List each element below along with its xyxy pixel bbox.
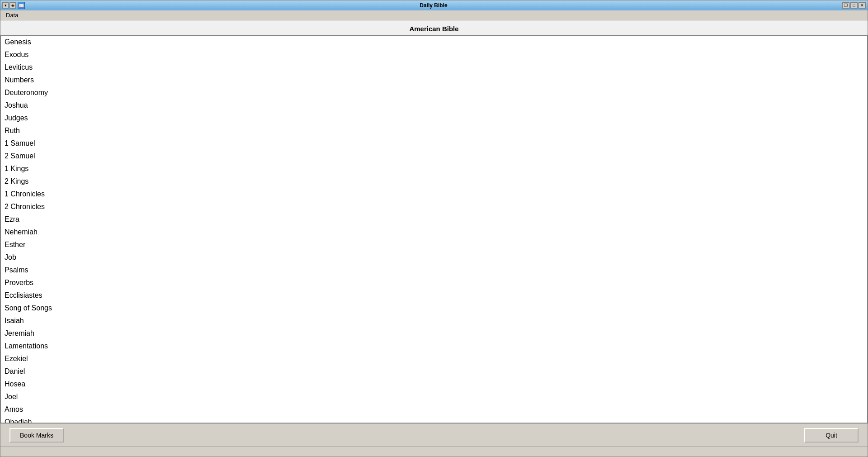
window-title: Daily Bible xyxy=(27,2,840,9)
pin-button[interactable]: ◈ xyxy=(9,2,16,9)
list-item[interactable]: Daniel xyxy=(1,365,867,378)
list-item[interactable]: Deuteronomy xyxy=(1,86,867,99)
list-item[interactable]: Exodus xyxy=(1,48,867,61)
menu-data[interactable]: Data xyxy=(2,11,22,19)
app-icon: 📖 xyxy=(18,2,25,9)
title-bar: ▾ ◈ 📖 Daily Bible ❐ □ ✕ xyxy=(0,0,868,10)
list-item[interactable]: Jeremiah xyxy=(1,327,867,340)
list-item[interactable]: Lamentations xyxy=(1,340,867,352)
system-menu-button[interactable]: ▾ xyxy=(2,2,9,9)
footer-bar: Book Marks Quit xyxy=(0,423,868,447)
list-item[interactable]: Job xyxy=(1,251,867,264)
list-item[interactable]: Numbers xyxy=(1,74,867,86)
books-list[interactable]: GenesisExodusLeviticusNumbersDeuteronomy… xyxy=(0,35,868,423)
status-bar xyxy=(0,447,868,457)
list-item[interactable]: Psalms xyxy=(1,264,867,276)
page-title: American Bible xyxy=(0,20,868,35)
close-button[interactable]: ✕ xyxy=(859,2,866,9)
list-item[interactable]: Amos xyxy=(1,403,867,416)
list-item[interactable]: 1 Samuel xyxy=(1,137,867,150)
list-item[interactable]: Ezekiel xyxy=(1,352,867,365)
main-window: ▾ ◈ 📖 Daily Bible ❐ □ ✕ Data American Bi… xyxy=(0,0,868,457)
content-area: American Bible GenesisExodusLeviticusNum… xyxy=(0,20,868,423)
bookmarks-button[interactable]: Book Marks xyxy=(9,428,64,443)
list-item[interactable]: 2 Chronicles xyxy=(1,200,867,213)
list-item[interactable]: Leviticus xyxy=(1,61,867,74)
list-item[interactable]: Judges xyxy=(1,112,867,124)
list-item[interactable]: Song of Songs xyxy=(1,302,867,314)
title-bar-right-buttons: ❐ □ ✕ xyxy=(842,2,866,9)
list-item[interactable]: 1 Chronicles xyxy=(1,188,867,200)
list-item[interactable]: Ecclisiastes xyxy=(1,289,867,302)
maximize-button[interactable]: □ xyxy=(850,2,858,9)
minimize-button[interactable]: ❐ xyxy=(842,2,849,9)
list-item[interactable]: Joshua xyxy=(1,99,867,112)
list-item[interactable]: Ruth xyxy=(1,124,867,137)
list-item[interactable]: Proverbs xyxy=(1,276,867,289)
list-item[interactable]: Hosea xyxy=(1,378,867,390)
list-item[interactable]: Isaiah xyxy=(1,314,867,327)
list-item[interactable]: 2 Kings xyxy=(1,175,867,188)
quit-button[interactable]: Quit xyxy=(804,428,859,443)
list-item[interactable]: Esther xyxy=(1,238,867,251)
list-item[interactable]: Genesis xyxy=(1,36,867,48)
list-item[interactable]: Obadiah xyxy=(1,416,867,423)
list-item[interactable]: Joel xyxy=(1,390,867,403)
menu-bar: Data xyxy=(0,10,868,20)
title-bar-left-buttons: ▾ ◈ xyxy=(2,2,16,9)
list-item[interactable]: Ezra xyxy=(1,213,867,226)
list-item[interactable]: 1 Kings xyxy=(1,162,867,175)
list-item[interactable]: Nehemiah xyxy=(1,226,867,238)
list-item[interactable]: 2 Samuel xyxy=(1,150,867,162)
